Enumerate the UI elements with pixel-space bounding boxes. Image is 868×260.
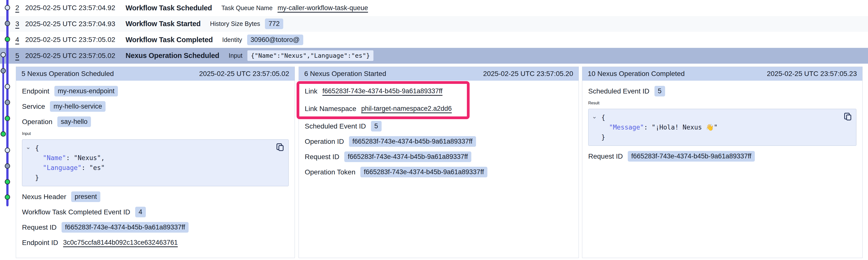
event-id-link[interactable]: 2 [15, 4, 25, 12]
panel-header: 5 Nexus Operation Scheduled 2025-02-25 U… [16, 67, 294, 81]
event-attribute-label: Input [228, 52, 243, 59]
detail-value-link[interactable]: 3c0c75ccfa8144b092c13ce632463761 [63, 239, 178, 247]
timeline-node-green [5, 37, 10, 42]
panel-body: Scheduled Event ID 5 Result ⌄ { "Message… [582, 81, 862, 171]
timeline-node-green [5, 180, 10, 184]
event-type: Workflow Task Completed [126, 36, 213, 44]
timeline-node-gray [5, 21, 10, 26]
detail-value-chip: my-nexus-endpoint [54, 86, 118, 97]
detail-row: Scheduled Event ID 5 [305, 121, 572, 132]
detail-value-chip: f665283f-743e-4374-b45b-9a61a89337ff [62, 222, 189, 233]
detail-row: Scheduled Event ID 5 [588, 85, 857, 97]
timeline-node-gray [1, 69, 6, 73]
detail-row: Operation say-hello [22, 116, 289, 127]
event-id-link[interactable]: 4 [15, 36, 25, 44]
event-row[interactable]: 5 2025-02-25 UTC 23:57:05.02 Nexus Opera… [0, 48, 868, 64]
detail-value-chip: f665283f-743e-4374-b45b-9a61a89337ff [628, 151, 755, 161]
panel-timestamp: 2025-02-25 UTC 23:57:05.20 [483, 70, 573, 78]
event-list: 2 2025-02-25 UTC 23:57:04.92 Workflow Ta… [0, 0, 868, 64]
event-id-link[interactable]: 3 [15, 20, 25, 28]
json-key: "Name" [43, 154, 66, 161]
detail-row: Link f665283f-743e-4374-b45b-9a61a89337f… [305, 85, 572, 97]
event-attribute-link[interactable]: my-caller-workflow-task-queue [278, 4, 368, 12]
event-id-link[interactable]: 5 [15, 52, 25, 60]
detail-value-chip: f665283f-743e-4374-b45b-9a61a89337ff [344, 151, 471, 162]
panel-body: Endpoint my-nexus-endpoint Service my-he… [16, 81, 294, 260]
detail-value-chip: 4 [135, 207, 146, 217]
panel-title: 10 Nexus Operation Completed [588, 70, 685, 78]
detail-code-section: Result ⌄ { "Message": "¡Hola! Nexus 👋" } [588, 101, 857, 146]
json-key: "Language" [43, 164, 82, 172]
event-attribute-label: Task Queue Name [221, 4, 273, 11]
detail-value-link[interactable]: phil-target-namespace2.a2dd6 [361, 105, 452, 112]
panel-header: 10 Nexus Operation Completed 2025-02-25 … [582, 67, 862, 81]
detail-label: Request ID [22, 223, 57, 231]
event-row[interactable]: 4 2025-02-25 UTC 23:57:05.02 Workflow Ta… [0, 32, 868, 48]
detail-row: Endpoint ID 3c0c75ccfa8144b092c13ce63246… [22, 237, 289, 248]
detail-label: Request ID [305, 153, 339, 161]
timeline-node-green [1, 132, 6, 137]
event-type: Workflow Task Started [126, 20, 201, 28]
copy-button[interactable] [275, 143, 285, 152]
detail-label: Operation [22, 118, 52, 126]
timeline-node-green [5, 116, 10, 121]
detail-value-chip: f665283f-743e-4374-b45b-9a61a89337ff [349, 136, 476, 147]
event-attribute-value: {"Name":"Nexus","Language":"es"} [247, 50, 373, 61]
detail-label: Request ID [588, 152, 623, 160]
copy-button[interactable] [843, 112, 853, 122]
event-type: Nexus Operation Scheduled [126, 51, 219, 60]
panel-title: 6 Nexus Operation Started [304, 70, 386, 78]
detail-value-link[interactable]: f665283f-743e-4374-b45b-9a61a89337ff [322, 87, 442, 95]
detail-row: Operation ID f665283f-743e-4374-b45b-9a6… [305, 136, 572, 147]
detail-value-chip: say-hello [57, 116, 91, 127]
event-detail-panel: 10 Nexus Operation Completed 2025-02-25 … [582, 67, 863, 258]
detail-value-chip: my-hello-service [50, 101, 105, 112]
json-code-block: ⌄ { "Name": "Nexus", "Language": "es" } [22, 139, 289, 186]
detail-row: Nexus Header present [22, 191, 289, 202]
collapse-chevron-icon[interactable]: ⌄ [26, 144, 31, 150]
detail-label: Link [305, 87, 317, 95]
panel-body: Link f665283f-743e-4374-b45b-9a61a89337f… [299, 81, 579, 187]
detail-label: Endpoint ID [22, 239, 58, 247]
detail-label: Service [22, 103, 45, 111]
detail-label: Scheduled Event ID [588, 87, 650, 95]
panel-timestamp: 2025-02-25 UTC 23:57:05.23 [767, 70, 857, 78]
detail-label: Endpoint [22, 87, 50, 95]
json-content: { "Name": "Nexus", "Language": "es" } [35, 143, 283, 183]
event-row[interactable]: 2 2025-02-25 UTC 23:57:04.92 Workflow Ta… [0, 0, 868, 16]
event-row[interactable]: 3 2025-02-25 UTC 23:57:04.93 Workflow Ta… [0, 16, 868, 32]
json-key: "Message" [609, 123, 644, 131]
detail-label: Result [588, 101, 857, 105]
detail-row: Service my-hello-service [22, 101, 289, 112]
panel-timestamp: 2025-02-25 UTC 23:57:05.02 [199, 70, 289, 78]
detail-label: Operation Token [305, 168, 355, 176]
event-attribute-value: 772 [265, 18, 283, 29]
event-timestamp: 2025-02-25 UTC 23:57:04.92 [25, 4, 126, 12]
event-timestamp: 2025-02-25 UTC 23:57:05.02 [25, 52, 126, 60]
detail-row: Endpoint my-nexus-endpoint [22, 85, 289, 97]
detail-label: Scheduled Event ID [305, 122, 366, 130]
event-attribute-value: 30960@totoro@ [247, 35, 303, 45]
detail-row: Link Namespace phil-target-namespace2.a2… [305, 103, 572, 114]
timeline-node-green [5, 195, 10, 199]
detail-value-chip: present [71, 191, 100, 202]
detail-label: Workflow Task Completed Event ID [22, 208, 130, 216]
event-attribute-label: History Size Bytes [210, 20, 260, 27]
detail-row: Request ID f665283f-743e-4374-b45b-9a61a… [588, 151, 857, 162]
event-type: Workflow Task Scheduled [126, 4, 212, 12]
copy-icon [843, 112, 852, 121]
detail-row: Workflow Task Completed Event ID 4 [22, 207, 289, 218]
detail-row: Request ID f665283f-743e-4374-b45b-9a61a… [22, 222, 289, 233]
detail-value-chip: 5 [654, 86, 665, 97]
detail-code-section: Input ⌄ { "Name": "Nexus", "Language": "… [22, 132, 289, 186]
timeline-node-light [5, 84, 10, 89]
detail-row: Operation Token f665283f-743e-4374-b45b-… [305, 166, 572, 178]
workflow-timeline [0, 0, 15, 260]
detail-label: Input [22, 132, 289, 136]
detail-label: Nexus Header [22, 193, 66, 201]
collapse-chevron-icon[interactable]: ⌄ [592, 113, 597, 119]
detail-row: Request ID f665283f-743e-4374-b45b-9a61a… [305, 151, 572, 162]
json-code-block: ⌄ { "Message": "¡Hola! Nexus 👋" } [588, 109, 857, 146]
event-detail-panel: 6 Nexus Operation Started 2025-02-25 UTC… [299, 67, 579, 258]
detail-label: Link Namespace [305, 105, 356, 113]
